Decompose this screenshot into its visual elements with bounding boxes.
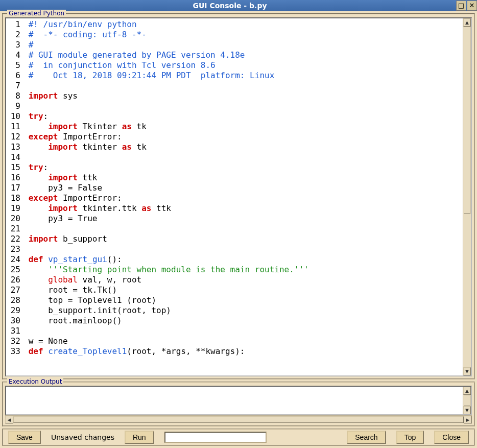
output-scroll-thumb[interactable] [464,395,470,406]
scroll-up-arrow-icon[interactable]: ▲ [463,18,471,27]
save-button[interactable]: Save [8,431,41,444]
execution-output-frame: Execution Output ▲ ▼ ◀ ▶ [2,382,475,427]
code-text-area[interactable]: 1 #! /usr/bin/env python 2 # -*- coding:… [5,17,472,376]
close-button[interactable]: Close [434,431,469,444]
code-scroll-thumb[interactable] [464,27,470,214]
output-vertical-scrollbar[interactable]: ▲ ▼ [463,387,471,414]
status-label: Unsaved changes [51,433,114,441]
maximize-icon: □ [458,2,464,9]
scroll-left-arrow-icon[interactable]: ◀ [5,416,13,423]
code-vertical-scrollbar[interactable]: ▲ ▼ [463,18,471,375]
output-text-area[interactable]: ▲ ▼ [5,386,472,415]
output-hscroll-thumb[interactable] [13,416,464,423]
scroll-down-arrow-icon[interactable]: ▼ [463,367,471,375]
scroll-right-arrow-icon[interactable]: ▶ [464,416,472,423]
scroll-up-arrow-icon[interactable]: ▲ [463,387,471,395]
window-close-button[interactable]: ✕ [467,1,477,11]
run-button[interactable]: Run [125,431,154,444]
search-input[interactable] [164,432,267,443]
execution-output-label: Execution Output [7,378,63,385]
top-button[interactable]: Top [396,431,424,444]
close-icon: ✕ [469,2,475,9]
window-titlebar: GUI Console - b.py □ ✕ [0,0,477,11]
output-horizontal-scrollbar[interactable]: ◀ ▶ [5,415,472,423]
bottom-button-bar: Save Unsaved changes Run Search Top Clos… [2,429,475,446]
generated-python-frame: Generated Python 1 #! /usr/bin/env pytho… [2,13,475,380]
maximize-button[interactable]: □ [456,1,466,11]
scroll-down-arrow-icon[interactable]: ▼ [463,406,471,414]
generated-python-label: Generated Python [7,10,66,17]
search-button[interactable]: Search [347,431,386,444]
window-title: GUI Console - b.py [4,2,456,10]
